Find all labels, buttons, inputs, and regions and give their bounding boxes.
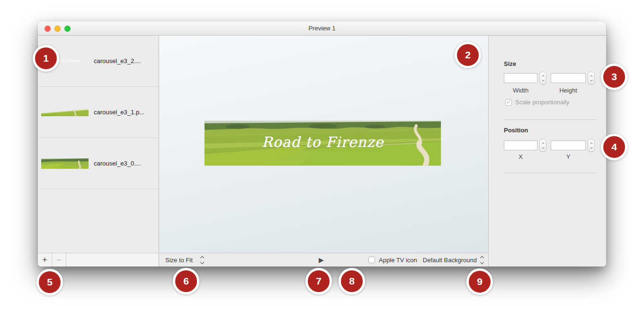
x-stepper[interactable] <box>539 139 546 152</box>
width-stepper[interactable] <box>539 72 546 84</box>
zoom-button[interactable] <box>64 26 71 32</box>
divider <box>504 173 596 173</box>
toolbar-right-group: Apple TV icon Default Background <box>368 253 483 267</box>
close-button[interactable] <box>45 26 51 32</box>
window-body: Road to Firenze carousel_e3_2.... <box>38 36 606 267</box>
callout-badge-6: 6 <box>173 268 199 294</box>
height-input[interactable] <box>551 73 586 83</box>
stepper-down-icon <box>542 146 545 149</box>
remove-layer-button[interactable]: − <box>52 253 66 267</box>
layer-thumbnail-grass <box>40 109 90 116</box>
background-popup[interactable] <box>481 257 483 264</box>
size-to-fit-popup[interactable]: Size to Fit <box>165 253 204 267</box>
title-bar: Preview 1 <box>38 21 606 36</box>
stepper-down-icon <box>590 146 593 149</box>
callout-badge-9: 9 <box>466 268 493 295</box>
y-stepper[interactable] <box>588 139 595 152</box>
canvas-column: Road to Firenze Size to Fit ▶ <box>159 36 488 267</box>
y-input[interactable] <box>551 140 586 150</box>
layer-name: carousel_e3_2.... <box>94 57 141 64</box>
inspector-panel: Size Width Height ✓ Scale proportionally <box>488 36 606 267</box>
width-label: Width <box>504 87 537 94</box>
x-label: X <box>504 153 537 160</box>
divider <box>504 120 596 120</box>
bottom-toolbar: Size to Fit ▶ Apple TV icon Default Back… <box>159 253 488 267</box>
window-controls <box>45 26 71 32</box>
grass-strip-thumb-icon <box>41 109 89 116</box>
callout-badge-8: 8 <box>339 268 365 294</box>
banner-title-text: Road to Firenze <box>205 134 441 150</box>
callout-badge-2: 2 <box>455 42 481 68</box>
callout-badge-4: 4 <box>601 134 627 160</box>
stepper-up-icon <box>542 75 545 78</box>
y-label: Y <box>551 153 586 160</box>
add-layer-button[interactable]: + <box>38 253 52 267</box>
callout-badge-5: 5 <box>36 269 63 295</box>
stepper-up-icon <box>590 142 593 145</box>
preview-banner-layer[interactable]: Road to Firenze <box>205 121 441 166</box>
apple-tv-icon-checkbox[interactable] <box>368 257 375 263</box>
layer-name: carousel_e3_0.... <box>94 160 141 167</box>
size-to-fit-label: Size to Fit <box>165 257 193 264</box>
layer-row-grass[interactable]: carousel_e3_1.p... <box>38 87 159 138</box>
landscape-thumb-icon <box>41 158 89 169</box>
layer-name: carousel_e3_1.p... <box>94 109 144 116</box>
popup-updown-icon <box>201 257 204 264</box>
x-input[interactable] <box>504 140 537 150</box>
callout-badge-1: 1 <box>33 45 59 72</box>
layer-sidebar: Road to Firenze carousel_e3_2.... <box>38 36 159 267</box>
play-button[interactable]: ▶ <box>319 253 324 267</box>
page: Preview 1 Road to Firenze carousel_e3_2.… <box>0 0 644 322</box>
play-icon: ▶ <box>319 256 324 264</box>
size-section-title: Size <box>504 60 516 67</box>
width-input[interactable] <box>504 73 537 83</box>
background-popup-label: Default Background <box>423 257 477 264</box>
scale-proportionally-label: Scale proportionally <box>515 99 569 106</box>
position-section-title: Position <box>504 127 528 134</box>
sidebar-bottom-bar: + − <box>38 253 159 267</box>
scale-proportionally-row: ✓ Scale proportionally <box>505 99 569 106</box>
height-stepper[interactable] <box>588 72 595 84</box>
layer-list: Road to Firenze carousel_e3_2.... <box>38 36 159 253</box>
preview-stage: Road to Firenze <box>159 36 488 253</box>
stepper-up-icon <box>542 142 545 145</box>
callout-badge-3: 3 <box>601 64 627 90</box>
apple-tv-icon-label: Apple TV icon <box>379 257 417 264</box>
preview-window: Preview 1 Road to Firenze carousel_e3_2.… <box>38 21 606 267</box>
minimize-button[interactable] <box>54 26 61 32</box>
stepper-up-icon <box>590 75 593 78</box>
callout-badge-7: 7 <box>305 268 332 294</box>
stepper-down-icon <box>590 79 593 82</box>
height-label: Height <box>551 87 586 94</box>
window-title: Preview 1 <box>308 25 335 32</box>
scale-proportionally-checkbox[interactable]: ✓ <box>505 99 512 106</box>
stepper-down-icon <box>542 79 545 82</box>
layer-row-landscape[interactable]: carousel_e3_0.... <box>38 138 159 189</box>
layer-thumbnail-landscape <box>40 158 90 169</box>
